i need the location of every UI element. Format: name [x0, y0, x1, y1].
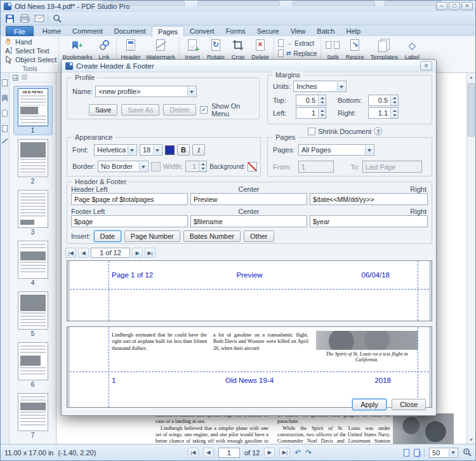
insert-bates-number-button[interactable]: Bates Number [183, 230, 241, 242]
thumbnail-item-7[interactable]: 7 [14, 391, 52, 439]
print-icon[interactable] [18, 13, 30, 24]
dialog-title-bar[interactable]: Create Header & Footer × [62, 60, 436, 72]
shrink-document-checkbox[interactable] [308, 128, 315, 135]
thumbnail-page-6[interactable] [18, 342, 48, 380]
footer-left-input[interactable] [71, 215, 188, 227]
scroll-down-icon[interactable]: ▼ [467, 436, 475, 444]
footer-right-input[interactable] [310, 215, 428, 227]
chevron-down-icon[interactable] [187, 87, 195, 96]
font-color-swatch[interactable] [165, 145, 175, 155]
left-margin-spinner[interactable]: 1 [296, 107, 326, 119]
tab-batch[interactable]: Batch [311, 26, 340, 36]
tab-comment[interactable]: Comment [67, 26, 109, 36]
insert-date-button[interactable]: Date [94, 230, 121, 242]
chevron-down-icon[interactable] [449, 449, 457, 457]
tab-convert[interactable]: Convert [184, 26, 220, 36]
dialog-close-button[interactable]: × [420, 61, 432, 70]
zoom-in-icon[interactable] [463, 448, 472, 458]
email-icon[interactable] [33, 13, 45, 24]
signatures-panel-icon[interactable] [2, 138, 8, 144]
chevron-down-icon[interactable] [153, 145, 161, 154]
thumbnails-panel-icon[interactable] [2, 79, 8, 86]
spinner-arrows-icon[interactable] [318, 95, 326, 105]
preview-first-page-button[interactable]: |◀ [65, 248, 76, 258]
last-page-button[interactable]: ▶| [279, 448, 290, 458]
previous-page-button[interactable]: ◀ [203, 448, 214, 458]
tab-file[interactable]: File [6, 26, 34, 36]
title-bar[interactable]: Old News 19-4.pdf* - PDF Studio Pro – □ … [1, 1, 475, 12]
tab-view[interactable]: View [285, 26, 312, 36]
font-size-combo[interactable]: 18 [140, 144, 162, 156]
header-center-input[interactable] [190, 193, 307, 205]
delete-profile-button[interactable]: Delete [163, 104, 196, 116]
thumbnail-item-5[interactable]: 5 [14, 290, 52, 338]
select-text-tool[interactable]: A Select Text [4, 46, 58, 55]
tab-forms[interactable]: Forms [220, 26, 251, 36]
thumbnail-page-7[interactable] [18, 393, 48, 431]
thumbnail-page-1[interactable]: OLD NEWS [18, 88, 48, 126]
scroll-up-icon[interactable]: ▲ [467, 73, 475, 81]
thumbnail-page-2[interactable] [18, 139, 48, 177]
font-combo[interactable]: Helvetica [94, 144, 137, 156]
background-color-swatch[interactable] [248, 162, 257, 171]
attachments-panel-icon[interactable] [2, 110, 8, 117]
border-width-spinner[interactable]: 1 [185, 161, 207, 172]
bookmarks-panel-icon[interactable] [2, 95, 8, 102]
preview-previous-page-button[interactable]: ◀ [78, 248, 89, 258]
units-combo[interactable]: Inches [293, 81, 347, 92]
thumbnail-item-3[interactable]: 3 [14, 188, 52, 236]
profile-name-combo[interactable]: <new profile> [95, 86, 197, 97]
tab-home[interactable]: Home [37, 26, 67, 36]
pages-range-combo[interactable]: All Pages [298, 144, 374, 156]
hand-tool[interactable]: Hand [4, 37, 58, 46]
grid-view-icon[interactable] [13, 75, 18, 81]
spinner-arrows-icon[interactable] [390, 108, 398, 118]
next-page-button[interactable]: ▶ [264, 448, 275, 458]
thumbnail-page-3[interactable] [18, 190, 48, 228]
apply-button[interactable]: Apply [352, 399, 387, 410]
thumbnail-page-4[interactable] [18, 241, 48, 279]
tab-secure[interactable]: Secure [251, 26, 285, 36]
preview-next-page-button[interactable]: ▶ [132, 248, 143, 258]
spinner-arrows-icon[interactable] [390, 95, 398, 105]
from-page-field[interactable] [298, 161, 334, 173]
close-button[interactable]: × [461, 2, 473, 10]
maximize-button[interactable]: □ [449, 2, 460, 10]
replace-button[interactable]: ⇄ Replace [278, 50, 317, 57]
search-icon[interactable] [51, 13, 63, 24]
right-margin-spinner[interactable]: 1.1 [368, 107, 399, 119]
border-combo[interactable]: No Border [98, 161, 149, 172]
object-select-tool[interactable]: Object Select [4, 55, 58, 64]
thumbnail-item-2[interactable]: 2 [14, 137, 52, 185]
header-left-input[interactable] [71, 193, 188, 205]
footer-center-input[interactable] [190, 215, 307, 227]
italic-button[interactable]: I [192, 144, 205, 156]
thumbnail-item-1[interactable]: OLD NEWS 1 [14, 86, 52, 135]
zoom-combo[interactable]: 50 [429, 448, 458, 458]
vertical-scrollbar[interactable]: ▲ ▼ [466, 73, 475, 444]
tab-help[interactable]: Help [340, 26, 366, 36]
to-page-field[interactable] [362, 161, 422, 173]
tab-pages[interactable]: Pages [152, 26, 184, 36]
bold-button[interactable]: B [177, 144, 190, 156]
insert-page-number-button[interactable]: Page Number [124, 230, 180, 242]
first-page-button[interactable]: |◀ [188, 448, 199, 458]
insert-other-button[interactable]: Other [244, 230, 274, 242]
save-icon[interactable] [4, 13, 16, 24]
spinner-arrows-icon[interactable] [318, 108, 326, 118]
close-dialog-button[interactable]: Close [392, 399, 426, 410]
chevron-down-icon[interactable] [128, 145, 136, 154]
preview-last-page-button[interactable]: ▶| [145, 248, 155, 258]
chevron-down-icon[interactable] [139, 162, 147, 171]
header-right-input[interactable] [310, 193, 428, 205]
current-page-field[interactable]: 1 [218, 448, 240, 458]
chevron-down-icon[interactable] [365, 145, 373, 154]
comments-panel-icon[interactable] [2, 125, 8, 132]
thumbnail-item-4[interactable]: 4 [14, 239, 52, 287]
previous-view-icon[interactable]: ↶ [294, 449, 301, 457]
show-on-menu-checkbox[interactable]: ✓ [200, 106, 208, 114]
save-as-profile-button[interactable]: Save As [121, 104, 159, 116]
preview-page-field[interactable]: 1 of 12 [91, 248, 130, 258]
scrollbar-thumb[interactable] [468, 83, 475, 137]
spinner-arrows-icon[interactable] [199, 161, 206, 171]
